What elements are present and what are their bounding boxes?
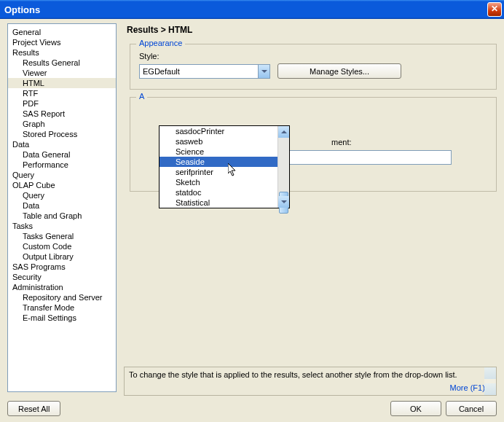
- tree-item[interactable]: Transfer Mode: [8, 302, 116, 313]
- appearance-group-title: Appearance: [136, 39, 185, 47]
- scroll-up-icon: [484, 367, 496, 379]
- tree-item[interactable]: Viewer: [8, 68, 116, 78]
- tree-item[interactable]: Query: [8, 190, 116, 200]
- additional-group-title-fragment: A: [136, 92, 147, 101]
- dialog-body: GeneralProject ViewsResultsResults Gener…: [0, 19, 504, 422]
- tree-item[interactable]: HTML: [8, 78, 116, 88]
- tree-item[interactable]: Graph: [8, 119, 116, 129]
- tree-item[interactable]: Repository and Server: [8, 292, 116, 302]
- style-selected-value: EGDefault: [143, 67, 180, 76]
- dropdown-option[interactable]: Statistical: [160, 198, 289, 208]
- tree-item[interactable]: Performance: [8, 160, 116, 170]
- close-button[interactable]: ✕: [487, 2, 502, 17]
- help-more-link[interactable]: More (F1)...: [129, 383, 492, 392]
- tree-item[interactable]: Output Library: [8, 251, 116, 262]
- tree-item[interactable]: Stored Process: [8, 129, 116, 139]
- help-text: To change the style that is applied to t…: [129, 370, 492, 379]
- tree-item[interactable]: Tasks: [8, 221, 116, 231]
- style-dropdown[interactable]: EGDefault: [139, 64, 270, 79]
- dropdown-option[interactable]: sasdocPrinter: [160, 126, 289, 136]
- tree-item[interactable]: Administration: [8, 282, 116, 292]
- dialog-button-bar: Reset All OK Cancel: [7, 401, 497, 416]
- chevron-down-icon: [258, 65, 269, 78]
- help-scrollbar: [484, 367, 496, 395]
- tree-item[interactable]: Data: [8, 139, 116, 149]
- dropdown-option[interactable]: sasweb: [160, 136, 289, 146]
- dropdown-option[interactable]: Sketch: [160, 177, 289, 187]
- tree-item[interactable]: Security: [8, 272, 116, 282]
- tree-item[interactable]: PDF: [8, 98, 116, 109]
- tree-item[interactable]: SAS Programs: [8, 262, 116, 272]
- tree-item[interactable]: Project Views: [8, 37, 116, 47]
- style-dropdown-popup[interactable]: sasdocPrintersaswebScienceSeasideserifpr…: [159, 125, 290, 208]
- help-panel: To change the style that is applied to t…: [124, 367, 497, 396]
- tree-item[interactable]: SAS Report: [8, 109, 116, 119]
- tree-item[interactable]: General: [8, 27, 116, 37]
- reset-all-button[interactable]: Reset All: [7, 401, 60, 416]
- scroll-down-icon: [484, 383, 496, 395]
- dropdown-option[interactable]: serifprinter: [160, 167, 289, 177]
- fragment-label: ment:: [331, 138, 352, 146]
- tree-item[interactable]: E-mail Settings: [8, 313, 116, 323]
- dropdown-option[interactable]: Science: [160, 146, 289, 157]
- scroll-down-icon[interactable]: [278, 196, 289, 208]
- window-title: Options: [4, 4, 40, 15]
- tree-item[interactable]: Results: [8, 47, 116, 58]
- titlebar: Options ✕: [0, 0, 504, 19]
- tree-item[interactable]: Data: [8, 200, 116, 211]
- style-row: EGDefault Manage Styles...: [139, 63, 487, 79]
- appearance-group: Appearance Style: EGDefault Manage Style…: [130, 44, 497, 90]
- tree-item[interactable]: Query: [8, 170, 116, 180]
- close-icon: ✕: [491, 4, 498, 14]
- tree-item[interactable]: Results General: [8, 58, 116, 68]
- tree-item[interactable]: Tasks General: [8, 231, 116, 241]
- cancel-button[interactable]: Cancel: [446, 401, 497, 416]
- tree-item[interactable]: Data General: [8, 149, 116, 160]
- tree-item[interactable]: OLAP Cube: [8, 180, 116, 190]
- manage-styles-button[interactable]: Manage Styles...: [277, 63, 401, 79]
- tree-item[interactable]: RTF: [8, 88, 116, 98]
- dropdown-option[interactable]: Seaside: [160, 157, 289, 167]
- category-tree[interactable]: GeneralProject ViewsResultsResults Gener…: [7, 23, 117, 392]
- tree-item[interactable]: Custom Code: [8, 241, 116, 251]
- dropdown-option[interactable]: statdoc: [160, 187, 289, 198]
- dropdown-scrollbar[interactable]: [277, 126, 289, 208]
- ok-button[interactable]: OK: [390, 401, 441, 416]
- tree-item[interactable]: Table and Graph: [8, 211, 116, 221]
- style-label: Style:: [139, 52, 487, 60]
- scroll-up-icon[interactable]: [278, 126, 289, 138]
